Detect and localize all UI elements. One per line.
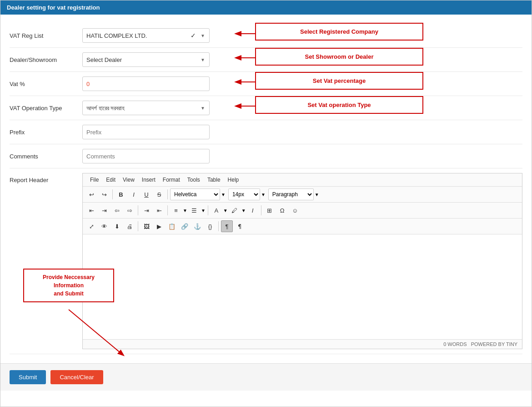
font-family-arrow: ▼ [221,192,226,197]
separator-6 [261,205,261,215]
menu-table[interactable]: Table [204,175,224,184]
annotation-select-company: Select Registered Company [255,23,423,41]
editor-footer: 0 WORDS POWERED BY TINY [83,339,522,349]
emoji-button[interactable]: ☺ [289,204,301,216]
undo-button[interactable]: ↩ [85,188,97,200]
comments-input[interactable] [82,149,210,163]
menu-format[interactable]: Format [159,175,184,184]
highlight-button[interactable]: 🖊 [229,204,241,216]
template-button[interactable]: 📋 [166,220,178,232]
comments-label: Comments [10,153,82,160]
report-header-row: Report Header File Edit View Insert Form… [10,168,522,354]
annotation-set-showroom: Set Showroom or Dealer [255,48,423,66]
redo-button[interactable]: ↪ [98,188,110,200]
editor-body[interactable] [83,234,522,339]
vat-operation-select[interactable]: আদর্শ হারের সরবরাহ [82,101,210,115]
separator-4 [167,205,168,215]
separator-3 [138,205,138,215]
comments-row: Comments [10,144,522,168]
dealer-select-wrapper: Select Dealer [82,52,210,67]
strikethrough-button[interactable]: S [153,188,165,200]
editor-toolbar-3: ⤢ 👁 ⬇ 🖨 🖼 ▶ 📋 🔗 ⚓ {} ¶ ¶̈ [83,219,522,234]
align-right-button[interactable]: ⇦ [111,204,123,216]
code-button[interactable]: {} [204,220,216,232]
align-left-button[interactable]: ⇤ [85,204,97,216]
media-button[interactable]: ▶ [153,220,165,232]
word-count: 0 WORDS [443,341,467,347]
menu-help[interactable]: Help [224,175,243,184]
indent-button[interactable]: ⇥ [141,204,152,216]
paragraph-select[interactable]: Paragraph [268,188,314,200]
button-row: Submit Cancel/Clear [0,363,532,391]
unordered-list-arrow: ▼ [201,208,206,213]
separator-5 [208,205,208,215]
prefix-input[interactable] [82,125,210,139]
italic-button[interactable]: I [128,188,140,200]
paragraph-arrow: ▼ [315,192,319,197]
submit-button[interactable]: Submit [10,370,46,384]
bold-button[interactable]: B [115,188,127,200]
preview-button[interactable]: 👁 [98,220,110,232]
menu-view[interactable]: View [119,175,138,184]
cancel-button[interactable]: Cancel/Clear [50,370,103,384]
ordered-list-arrow: ▼ [183,208,187,213]
separator-1 [112,189,113,199]
menu-edit[interactable]: Edit [102,175,119,184]
font-family-select[interactable]: Helvetica [170,188,220,200]
import-button[interactable]: ⬇ [111,220,123,232]
anchor-button[interactable]: ⚓ [191,220,203,232]
main-window: Dealer setting for vat registration VAT … [0,0,532,407]
window-title: Dealer setting for vat registration [7,4,100,11]
vat-input-wrapper [82,76,210,91]
vat-operation-row: VAT Operation Type আদর্শ হারের সরবরাহ Se… [10,96,522,120]
font-size-arrow: ▼ [261,192,266,197]
underline-button[interactable]: U [141,188,152,200]
ltr-button[interactable]: ¶̈ [234,220,246,232]
vat-reg-row: VAT Reg List HATIL COMPLEX LTD. ✓ Select… [10,24,522,48]
ordered-list-button[interactable]: ≡ [170,204,182,216]
highlight-arrow: ▼ [241,208,246,213]
vat-operation-label: VAT Operation Type [10,105,82,112]
font-size-select[interactable]: 14px [228,188,260,200]
vat-percent-row: Vat % Set Vat percentage [10,72,522,96]
vat-reg-label: VAT Reg List [10,32,82,39]
editor-container: File Edit View Insert Format Tools Table… [82,173,522,349]
unordered-list-button[interactable]: ☰ [188,204,200,216]
menu-tools[interactable]: Tools [184,175,204,184]
powered-by: POWERED BY TINY [471,341,517,347]
annotation-provide-info: Provide Neccessary Informationand Submit [23,269,114,302]
print-button[interactable]: 🖨 [124,220,136,232]
text-color-arrow: ▼ [223,208,228,213]
dealer-select[interactable]: Select Dealer [82,52,210,67]
dealer-showroom-label: Dealer/Showroom [10,56,82,63]
vat-reg-select-wrapper: HATIL COMPLEX LTD. ✓ [82,28,210,43]
outdent-button[interactable]: ⇤ [153,204,165,216]
justify-button[interactable]: ⇨ [124,204,136,216]
align-center-button[interactable]: ⇥ [98,204,110,216]
link-button[interactable]: 🔗 [179,220,191,232]
table-icon-button[interactable]: ⊞ [264,204,276,216]
text-color-button[interactable]: A [211,204,222,216]
special-char-button[interactable]: Ω [276,204,288,216]
checkmark-icon: ✓ [191,32,196,39]
editor-toolbar-2: ⇤ ⇥ ⇦ ⇨ ⇥ ⇤ ≡ ▼ ☰ ▼ A ▼ [83,203,522,219]
title-bar: Dealer setting for vat registration [0,0,532,15]
prefix-label: Prefix [10,129,82,136]
fullscreen-button[interactable]: ⤢ [85,220,97,232]
vat-percent-label: Vat % [10,81,82,87]
annotation-set-vat-operation: Set Vat operation Type [255,96,423,114]
menu-insert[interactable]: Insert [138,175,159,184]
vat-percent-input[interactable] [82,76,210,91]
insert-image-button[interactable]: 🖼 [141,220,152,232]
separator-7 [138,221,138,231]
rtl-button[interactable]: ¶ [221,220,233,232]
vat-operation-select-wrapper: আদর্শ হারের সরবরাহ [82,101,210,115]
editor-wrapper: File Edit View Insert Format Tools Table… [82,173,522,349]
italic2-button[interactable]: I [247,204,259,216]
annotation-set-vat-percent: Set Vat percentage [255,72,423,90]
menu-file[interactable]: File [86,175,102,184]
prefix-row: Prefix [10,120,522,144]
separator-8 [218,221,219,231]
dealer-showroom-row: Dealer/Showroom Select Dealer Set Showro… [10,48,522,72]
report-header-label: Report Header [10,173,82,183]
